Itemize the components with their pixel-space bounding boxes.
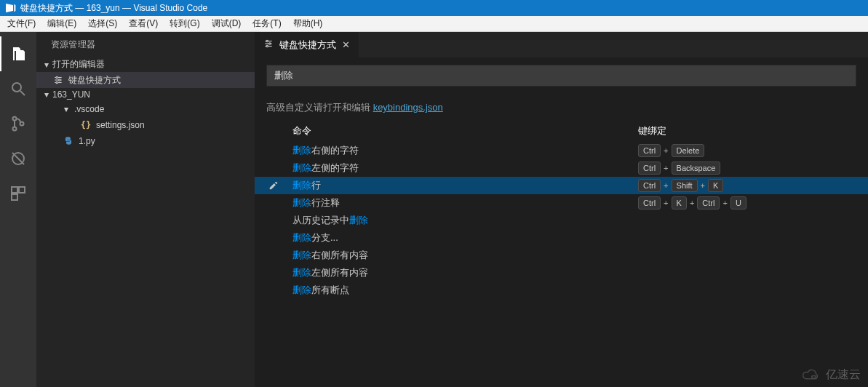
command-label: 从历史记录中删除 [281, 214, 638, 227]
debug-icon[interactable] [0, 141, 36, 176]
svg-rect-9 [12, 194, 17, 200]
activitybar [0, 32, 36, 387]
source-control-icon[interactable] [0, 106, 36, 141]
chevron-down-icon: ▾ [64, 104, 74, 114]
open-editor-item[interactable]: 键盘快捷方式 [36, 72, 255, 88]
keybinding-keys: Ctrl+Backspace [638, 161, 856, 175]
key-chip: Ctrl [697, 196, 720, 210]
key-separator: + [664, 146, 668, 155]
svg-rect-7 [12, 187, 17, 193]
key-chip: Ctrl [638, 196, 661, 210]
workspace-header[interactable]: ▾ 163_YUN [36, 88, 255, 101]
tab-keyboard-shortcuts[interactable]: 键盘快捷方式 ✕ [255, 32, 359, 57]
command-label: 删除左侧所有内容 [281, 266, 638, 279]
file-row[interactable]: 1.py [36, 133, 255, 149]
command-label: 删除分支... [281, 231, 638, 244]
svg-point-22 [812, 375, 816, 378]
folder-label: .vscode [74, 104, 104, 114]
menu-item[interactable]: 任务(T) [247, 16, 287, 31]
file-row[interactable]: {} settings.json [36, 117, 255, 133]
svg-point-0 [12, 83, 21, 92]
keybinding-search-input[interactable]: 删除 [266, 65, 856, 87]
tab-bar: 键盘快捷方式 ✕ [255, 32, 868, 57]
menu-item[interactable]: 帮助(H) [287, 16, 329, 31]
window-title: 键盘快捷方式 — 163_yun — Visual Studio Code [20, 2, 207, 15]
menubar: 文件(F)编辑(E)选择(S)查看(V)转到(G)调试(D)任务(T)帮助(H) [0, 16, 868, 32]
svg-point-15 [56, 81, 57, 83]
edit-icon[interactable] [266, 180, 281, 191]
svg-point-14 [59, 79, 60, 81]
menu-item[interactable]: 文件(F) [1, 16, 41, 31]
keybindings-json-link[interactable]: keybindings.json [373, 102, 443, 113]
key-separator: + [664, 199, 668, 207]
python-icon [63, 135, 74, 147]
settings-editor-icon [263, 39, 274, 51]
hint-prefix: 高级自定义请打开和编辑 [266, 102, 373, 113]
keybinding-list: 删除右侧的字符Ctrl+Delete删除左侧的字符Ctrl+Backspace删… [255, 142, 868, 299]
command-label: 删除左侧的字符 [281, 161, 638, 175]
watermark-text: 亿速云 [826, 367, 861, 383]
window-titlebar: 键盘快捷方式 — 163_yun — Visual Studio Code [0, 0, 868, 16]
search-icon[interactable] [0, 71, 36, 106]
menu-item[interactable]: 调试(D) [206, 16, 247, 31]
open-editors-label: 打开的编辑器 [52, 58, 105, 71]
svg-point-2 [13, 117, 17, 121]
svg-point-4 [20, 122, 24, 126]
keybinding-row[interactable]: 删除行Ctrl+Shift+K [255, 177, 868, 194]
header-command: 命令 [266, 124, 638, 137]
menu-item[interactable]: 转到(G) [164, 16, 205, 31]
keybinding-row[interactable]: 删除右侧所有内容 [255, 247, 868, 264]
key-chip: Ctrl [638, 179, 661, 192]
keybinding-row[interactable]: 删除行注释Ctrl+K+Ctrl+U [255, 194, 868, 212]
menu-item[interactable]: 选择(S) [82, 16, 123, 31]
keybinding-keys: Ctrl+K+Ctrl+U [638, 196, 856, 210]
key-separator: + [690, 199, 694, 207]
key-separator: + [701, 181, 705, 190]
key-chip: U [730, 196, 746, 210]
menu-item[interactable]: 查看(V) [123, 16, 164, 31]
command-label: 删除行 [281, 179, 638, 192]
close-icon[interactable]: ✕ [342, 39, 350, 50]
keybinding-row[interactable]: 删除所有断点 [255, 282, 868, 299]
keybinding-row[interactable]: 删除分支... [255, 229, 868, 247]
keybinding-row[interactable]: 删除左侧所有内容 [255, 264, 868, 282]
keybinding-keys: Ctrl+Delete [638, 144, 856, 157]
svg-line-1 [20, 91, 25, 95]
key-chip: Backspace [672, 161, 721, 175]
svg-point-19 [266, 40, 268, 41]
workspace-section: ▾ 163_YUN ▾ .vscode {} settings.json 1.p… [36, 88, 255, 149]
keybinding-row[interactable]: 删除左侧的字符Ctrl+Backspace [255, 159, 868, 177]
chevron-down-icon: ▾ [41, 89, 52, 100]
settings-editor-icon [52, 74, 64, 86]
app-icon [4, 2, 16, 14]
svg-rect-8 [19, 187, 25, 193]
sidebar: 资源管理器 ▾ 打开的编辑器 键盘快捷方式 ▾ 163_YUN ▾ .vscod… [36, 32, 255, 387]
json-icon: {} [80, 119, 92, 131]
menu-item[interactable]: 编辑(E) [41, 16, 82, 31]
command-label: 删除右侧的字符 [281, 144, 638, 157]
keybinding-row[interactable]: 删除右侧的字符Ctrl+Delete [255, 142, 868, 159]
search-text: 删除 [274, 69, 293, 82]
svg-point-13 [56, 76, 57, 78]
open-editors-section: ▾ 打开的编辑器 键盘快捷方式 [36, 57, 255, 88]
advanced-hint: 高级自定义请打开和编辑 keybindings.json [255, 98, 868, 121]
folder-row[interactable]: ▾ .vscode [36, 101, 255, 117]
workspace-label: 163_YUN [52, 89, 90, 100]
command-label: 删除行注释 [281, 196, 638, 210]
key-chip: K [672, 196, 687, 210]
chevron-down-icon: ▾ [41, 60, 52, 70]
keybinding-keys: Ctrl+Shift+K [638, 179, 856, 192]
key-chip: Ctrl [638, 161, 661, 175]
command-label: 删除所有断点 [281, 284, 638, 297]
key-separator: + [664, 164, 668, 172]
header-keybinding: 键绑定 [638, 124, 856, 137]
open-editors-header[interactable]: ▾ 打开的编辑器 [36, 57, 255, 72]
editor-area: 键盘快捷方式 ✕ 删除 高级自定义请打开和编辑 keybindings.json… [255, 32, 868, 387]
open-editor-label: 键盘快捷方式 [68, 74, 121, 87]
explorer-icon[interactable] [0, 36, 36, 71]
extensions-icon[interactable] [0, 176, 36, 211]
svg-point-3 [13, 127, 17, 131]
key-separator: + [664, 181, 668, 190]
keybinding-row[interactable]: 从历史记录中删除 [255, 212, 868, 229]
key-chip: K [708, 179, 723, 192]
